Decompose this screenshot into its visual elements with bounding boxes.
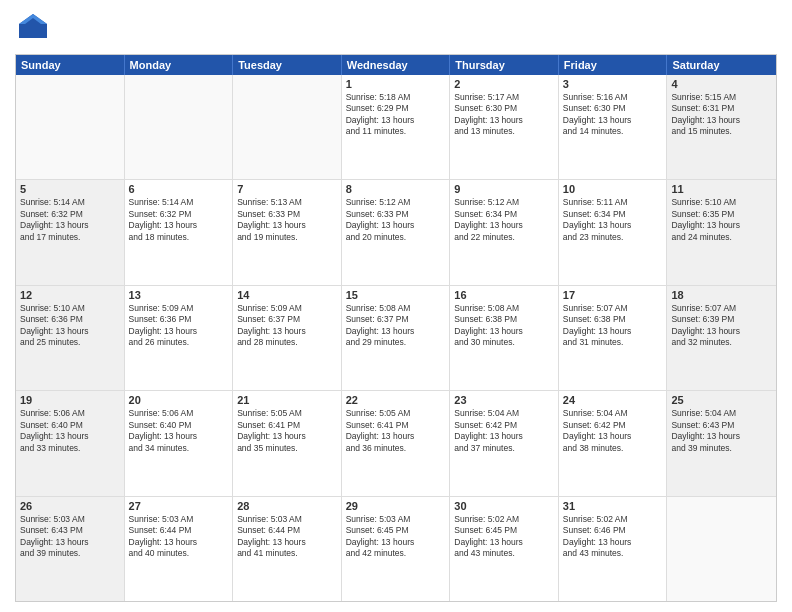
cal-cell: 25Sunrise: 5:04 AM Sunset: 6:43 PM Dayli… bbox=[667, 391, 776, 495]
cell-daylight-info: Sunrise: 5:18 AM Sunset: 6:29 PM Dayligh… bbox=[346, 92, 446, 138]
cal-cell: 20Sunrise: 5:06 AM Sunset: 6:40 PM Dayli… bbox=[125, 391, 234, 495]
cal-cell: 30Sunrise: 5:02 AM Sunset: 6:45 PM Dayli… bbox=[450, 497, 559, 601]
header bbox=[15, 10, 777, 46]
day-number: 30 bbox=[454, 500, 554, 512]
cell-daylight-info: Sunrise: 5:14 AM Sunset: 6:32 PM Dayligh… bbox=[20, 197, 120, 243]
day-number: 31 bbox=[563, 500, 663, 512]
cal-cell: 2Sunrise: 5:17 AM Sunset: 6:30 PM Daylig… bbox=[450, 75, 559, 179]
cal-cell: 15Sunrise: 5:08 AM Sunset: 6:37 PM Dayli… bbox=[342, 286, 451, 390]
cal-row-2: 12Sunrise: 5:10 AM Sunset: 6:36 PM Dayli… bbox=[16, 286, 776, 391]
cell-daylight-info: Sunrise: 5:03 AM Sunset: 6:44 PM Dayligh… bbox=[237, 514, 337, 560]
day-number: 29 bbox=[346, 500, 446, 512]
cal-cell bbox=[125, 75, 234, 179]
cell-daylight-info: Sunrise: 5:08 AM Sunset: 6:37 PM Dayligh… bbox=[346, 303, 446, 349]
cal-cell: 19Sunrise: 5:06 AM Sunset: 6:40 PM Dayli… bbox=[16, 391, 125, 495]
cal-header-tuesday: Tuesday bbox=[233, 55, 342, 75]
cell-daylight-info: Sunrise: 5:04 AM Sunset: 6:42 PM Dayligh… bbox=[563, 408, 663, 454]
cal-row-4: 26Sunrise: 5:03 AM Sunset: 6:43 PM Dayli… bbox=[16, 497, 776, 601]
day-number: 6 bbox=[129, 183, 229, 195]
calendar: SundayMondayTuesdayWednesdayThursdayFrid… bbox=[15, 54, 777, 602]
cal-cell: 18Sunrise: 5:07 AM Sunset: 6:39 PM Dayli… bbox=[667, 286, 776, 390]
day-number: 22 bbox=[346, 394, 446, 406]
cal-cell: 26Sunrise: 5:03 AM Sunset: 6:43 PM Dayli… bbox=[16, 497, 125, 601]
cal-header-sunday: Sunday bbox=[16, 55, 125, 75]
day-number: 1 bbox=[346, 78, 446, 90]
day-number: 20 bbox=[129, 394, 229, 406]
cell-daylight-info: Sunrise: 5:06 AM Sunset: 6:40 PM Dayligh… bbox=[20, 408, 120, 454]
cell-daylight-info: Sunrise: 5:14 AM Sunset: 6:32 PM Dayligh… bbox=[129, 197, 229, 243]
day-number: 4 bbox=[671, 78, 772, 90]
cell-daylight-info: Sunrise: 5:04 AM Sunset: 6:42 PM Dayligh… bbox=[454, 408, 554, 454]
day-number: 21 bbox=[237, 394, 337, 406]
day-number: 10 bbox=[563, 183, 663, 195]
day-number: 17 bbox=[563, 289, 663, 301]
calendar-header: SundayMondayTuesdayWednesdayThursdayFrid… bbox=[16, 55, 776, 75]
cal-cell bbox=[233, 75, 342, 179]
cal-cell: 23Sunrise: 5:04 AM Sunset: 6:42 PM Dayli… bbox=[450, 391, 559, 495]
cal-cell: 27Sunrise: 5:03 AM Sunset: 6:44 PM Dayli… bbox=[125, 497, 234, 601]
cal-cell: 10Sunrise: 5:11 AM Sunset: 6:34 PM Dayli… bbox=[559, 180, 668, 284]
cell-daylight-info: Sunrise: 5:02 AM Sunset: 6:46 PM Dayligh… bbox=[563, 514, 663, 560]
day-number: 12 bbox=[20, 289, 120, 301]
cell-daylight-info: Sunrise: 5:03 AM Sunset: 6:45 PM Dayligh… bbox=[346, 514, 446, 560]
day-number: 5 bbox=[20, 183, 120, 195]
cal-cell: 12Sunrise: 5:10 AM Sunset: 6:36 PM Dayli… bbox=[16, 286, 125, 390]
day-number: 2 bbox=[454, 78, 554, 90]
day-number: 15 bbox=[346, 289, 446, 301]
cell-daylight-info: Sunrise: 5:12 AM Sunset: 6:33 PM Dayligh… bbox=[346, 197, 446, 243]
cell-daylight-info: Sunrise: 5:09 AM Sunset: 6:36 PM Dayligh… bbox=[129, 303, 229, 349]
cell-daylight-info: Sunrise: 5:16 AM Sunset: 6:30 PM Dayligh… bbox=[563, 92, 663, 138]
cal-row-1: 5Sunrise: 5:14 AM Sunset: 6:32 PM Daylig… bbox=[16, 180, 776, 285]
cell-daylight-info: Sunrise: 5:08 AM Sunset: 6:38 PM Dayligh… bbox=[454, 303, 554, 349]
day-number: 19 bbox=[20, 394, 120, 406]
cal-row-0: 1Sunrise: 5:18 AM Sunset: 6:29 PM Daylig… bbox=[16, 75, 776, 180]
logo-icon bbox=[15, 10, 51, 46]
cal-cell: 17Sunrise: 5:07 AM Sunset: 6:38 PM Dayli… bbox=[559, 286, 668, 390]
cell-daylight-info: Sunrise: 5:09 AM Sunset: 6:37 PM Dayligh… bbox=[237, 303, 337, 349]
day-number: 7 bbox=[237, 183, 337, 195]
calendar-body: 1Sunrise: 5:18 AM Sunset: 6:29 PM Daylig… bbox=[16, 75, 776, 601]
day-number: 9 bbox=[454, 183, 554, 195]
logo bbox=[15, 10, 57, 46]
cal-cell: 8Sunrise: 5:12 AM Sunset: 6:33 PM Daylig… bbox=[342, 180, 451, 284]
day-number: 8 bbox=[346, 183, 446, 195]
cell-daylight-info: Sunrise: 5:12 AM Sunset: 6:34 PM Dayligh… bbox=[454, 197, 554, 243]
cell-daylight-info: Sunrise: 5:03 AM Sunset: 6:44 PM Dayligh… bbox=[129, 514, 229, 560]
page: SundayMondayTuesdayWednesdayThursdayFrid… bbox=[0, 0, 792, 612]
cell-daylight-info: Sunrise: 5:13 AM Sunset: 6:33 PM Dayligh… bbox=[237, 197, 337, 243]
day-number: 14 bbox=[237, 289, 337, 301]
day-number: 27 bbox=[129, 500, 229, 512]
cal-cell: 21Sunrise: 5:05 AM Sunset: 6:41 PM Dayli… bbox=[233, 391, 342, 495]
cal-cell: 4Sunrise: 5:15 AM Sunset: 6:31 PM Daylig… bbox=[667, 75, 776, 179]
day-number: 18 bbox=[671, 289, 772, 301]
day-number: 25 bbox=[671, 394, 772, 406]
cal-header-wednesday: Wednesday bbox=[342, 55, 451, 75]
cell-daylight-info: Sunrise: 5:07 AM Sunset: 6:38 PM Dayligh… bbox=[563, 303, 663, 349]
cell-daylight-info: Sunrise: 5:10 AM Sunset: 6:36 PM Dayligh… bbox=[20, 303, 120, 349]
cal-cell: 14Sunrise: 5:09 AM Sunset: 6:37 PM Dayli… bbox=[233, 286, 342, 390]
cal-cell: 22Sunrise: 5:05 AM Sunset: 6:41 PM Dayli… bbox=[342, 391, 451, 495]
cell-daylight-info: Sunrise: 5:05 AM Sunset: 6:41 PM Dayligh… bbox=[346, 408, 446, 454]
cell-daylight-info: Sunrise: 5:06 AM Sunset: 6:40 PM Dayligh… bbox=[129, 408, 229, 454]
cal-cell: 31Sunrise: 5:02 AM Sunset: 6:46 PM Dayli… bbox=[559, 497, 668, 601]
cal-cell: 28Sunrise: 5:03 AM Sunset: 6:44 PM Dayli… bbox=[233, 497, 342, 601]
cal-cell: 24Sunrise: 5:04 AM Sunset: 6:42 PM Dayli… bbox=[559, 391, 668, 495]
cal-cell: 6Sunrise: 5:14 AM Sunset: 6:32 PM Daylig… bbox=[125, 180, 234, 284]
cell-daylight-info: Sunrise: 5:07 AM Sunset: 6:39 PM Dayligh… bbox=[671, 303, 772, 349]
day-number: 23 bbox=[454, 394, 554, 406]
cal-cell: 3Sunrise: 5:16 AM Sunset: 6:30 PM Daylig… bbox=[559, 75, 668, 179]
day-number: 13 bbox=[129, 289, 229, 301]
day-number: 3 bbox=[563, 78, 663, 90]
cal-cell bbox=[667, 497, 776, 601]
cal-cell: 9Sunrise: 5:12 AM Sunset: 6:34 PM Daylig… bbox=[450, 180, 559, 284]
day-number: 16 bbox=[454, 289, 554, 301]
cal-header-monday: Monday bbox=[125, 55, 234, 75]
cell-daylight-info: Sunrise: 5:10 AM Sunset: 6:35 PM Dayligh… bbox=[671, 197, 772, 243]
cell-daylight-info: Sunrise: 5:03 AM Sunset: 6:43 PM Dayligh… bbox=[20, 514, 120, 560]
cal-cell: 1Sunrise: 5:18 AM Sunset: 6:29 PM Daylig… bbox=[342, 75, 451, 179]
cell-daylight-info: Sunrise: 5:15 AM Sunset: 6:31 PM Dayligh… bbox=[671, 92, 772, 138]
cal-cell: 13Sunrise: 5:09 AM Sunset: 6:36 PM Dayli… bbox=[125, 286, 234, 390]
cal-cell bbox=[16, 75, 125, 179]
cell-daylight-info: Sunrise: 5:05 AM Sunset: 6:41 PM Dayligh… bbox=[237, 408, 337, 454]
cell-daylight-info: Sunrise: 5:04 AM Sunset: 6:43 PM Dayligh… bbox=[671, 408, 772, 454]
